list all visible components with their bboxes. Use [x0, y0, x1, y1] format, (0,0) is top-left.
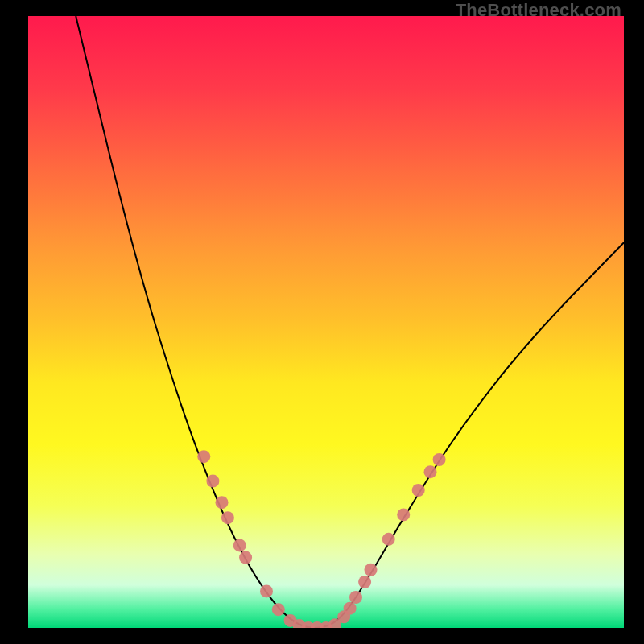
data-marker: [365, 564, 378, 576]
data-marker: [260, 584, 273, 597]
data-marker: [382, 533, 395, 546]
bottleneck-curve: [76, 16, 624, 628]
data-marker: [221, 511, 234, 524]
data-marker: [349, 591, 362, 604]
data-marker: [358, 576, 371, 588]
chart-frame: TheBottleneck.com: [0, 0, 644, 644]
data-marker: [424, 465, 437, 478]
curve-path: [76, 16, 624, 628]
data-marker: [412, 484, 425, 497]
data-marker: [397, 508, 410, 521]
data-marker: [433, 453, 446, 466]
data-marker: [206, 475, 219, 488]
data-marker: [233, 539, 246, 551]
data-marker: [272, 603, 285, 616]
chart-svg: [28, 16, 624, 628]
data-marker: [239, 551, 252, 564]
data-marker: [197, 450, 210, 463]
data-marker: [216, 496, 229, 509]
data-marker: [344, 602, 357, 615]
plot-area: [28, 16, 624, 628]
